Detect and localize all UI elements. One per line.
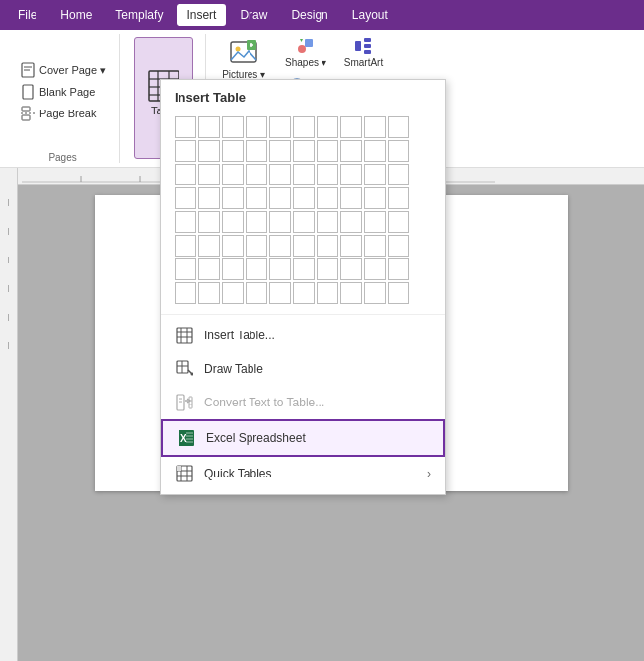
grid-cell[interactable] bbox=[340, 140, 362, 162]
quick-tables-item[interactable]: Quick Tables › bbox=[161, 457, 445, 490]
grid-cell[interactable] bbox=[340, 235, 362, 257]
grid-cell[interactable] bbox=[340, 258, 362, 280]
grid-cell[interactable] bbox=[246, 140, 267, 162]
grid-cell[interactable] bbox=[317, 187, 338, 209]
grid-cell[interactable] bbox=[293, 116, 315, 138]
grid-cell[interactable] bbox=[198, 258, 220, 280]
grid-cell[interactable] bbox=[317, 235, 338, 257]
grid-cell[interactable] bbox=[364, 187, 386, 209]
grid-cell[interactable] bbox=[222, 235, 244, 257]
menu-insert[interactable]: Insert bbox=[177, 4, 226, 26]
grid-cell[interactable] bbox=[340, 164, 362, 185]
grid-cell[interactable] bbox=[364, 116, 386, 138]
grid-cell[interactable] bbox=[175, 235, 196, 257]
grid-cell[interactable] bbox=[364, 164, 386, 185]
grid-cell[interactable] bbox=[388, 258, 409, 280]
grid-cell[interactable] bbox=[293, 140, 315, 162]
insert-table-item[interactable]: Insert Table... bbox=[161, 319, 445, 352]
grid-cell[interactable] bbox=[269, 140, 291, 162]
menu-design[interactable]: Design bbox=[281, 4, 337, 26]
grid-cell[interactable] bbox=[340, 211, 362, 233]
grid-cell[interactable] bbox=[198, 164, 220, 185]
grid-cell[interactable] bbox=[364, 235, 386, 257]
grid-cell[interactable] bbox=[246, 258, 267, 280]
grid-cell[interactable] bbox=[269, 258, 291, 280]
grid-cell[interactable] bbox=[269, 187, 291, 209]
grid-cell[interactable] bbox=[246, 187, 267, 209]
grid-cell[interactable] bbox=[388, 282, 409, 304]
grid-cell[interactable] bbox=[175, 211, 196, 233]
grid-cell[interactable] bbox=[364, 140, 386, 162]
excel-spreadsheet-item[interactable]: X Excel Spreadsheet bbox=[161, 419, 445, 457]
shapes-button[interactable]: Shapes ▾ bbox=[279, 34, 332, 71]
grid-cell[interactable] bbox=[364, 282, 386, 304]
blank-page-button[interactable]: Blank Page bbox=[14, 82, 111, 102]
grid-cell[interactable] bbox=[222, 211, 244, 233]
smartart-button[interactable]: SmartArt bbox=[338, 34, 389, 71]
grid-cell[interactable] bbox=[317, 282, 338, 304]
grid-cell[interactable] bbox=[340, 282, 362, 304]
grid-cell[interactable] bbox=[388, 164, 409, 185]
grid-cell[interactable] bbox=[246, 235, 267, 257]
grid-cell[interactable] bbox=[175, 140, 196, 162]
grid-cell[interactable] bbox=[317, 211, 338, 233]
grid-cell[interactable] bbox=[388, 187, 409, 209]
page-break-button[interactable]: Page Break bbox=[14, 104, 111, 123]
ruler-tick: | bbox=[7, 340, 9, 349]
grid-cell[interactable] bbox=[317, 164, 338, 185]
grid-cell[interactable] bbox=[364, 211, 386, 233]
menu-layout[interactable]: Layout bbox=[342, 4, 397, 26]
grid-cell[interactable] bbox=[175, 258, 196, 280]
grid-cell[interactable] bbox=[175, 187, 196, 209]
menu-draw[interactable]: Draw bbox=[230, 4, 277, 26]
cover-page-button[interactable]: Cover Page ▾ bbox=[14, 60, 111, 80]
grid-cell[interactable] bbox=[293, 258, 315, 280]
grid-cell[interactable] bbox=[198, 116, 220, 138]
menu-home[interactable]: Home bbox=[50, 4, 102, 26]
grid-cell[interactable] bbox=[175, 116, 196, 138]
grid-cell[interactable] bbox=[269, 164, 291, 185]
grid-cell[interactable] bbox=[364, 258, 386, 280]
grid-cell[interactable] bbox=[222, 140, 244, 162]
grid-cell[interactable] bbox=[340, 187, 362, 209]
grid-cell[interactable] bbox=[175, 282, 196, 304]
grid-cell[interactable] bbox=[340, 116, 362, 138]
grid-cell[interactable] bbox=[293, 282, 315, 304]
grid-cell[interactable] bbox=[246, 211, 267, 233]
grid-cell[interactable] bbox=[388, 211, 409, 233]
grid-cell[interactable] bbox=[317, 140, 338, 162]
grid-cell[interactable] bbox=[198, 235, 220, 257]
grid-cell[interactable] bbox=[269, 116, 291, 138]
grid-cell[interactable] bbox=[222, 258, 244, 280]
grid-cell[interactable] bbox=[198, 211, 220, 233]
grid-cell[interactable] bbox=[269, 235, 291, 257]
grid-cell[interactable] bbox=[293, 187, 315, 209]
grid-cell[interactable] bbox=[198, 187, 220, 209]
grid-cell[interactable] bbox=[269, 282, 291, 304]
grid-cell[interactable] bbox=[175, 164, 196, 185]
pages-buttons: Cover Page ▾ Blank Page Page Break bbox=[14, 34, 111, 150]
grid-cell[interactable] bbox=[246, 116, 267, 138]
grid-cell[interactable] bbox=[246, 164, 267, 185]
grid-cell[interactable] bbox=[222, 116, 244, 138]
grid-cell[interactable] bbox=[293, 211, 315, 233]
menu-templafy[interactable]: Templafy bbox=[106, 4, 173, 26]
grid-row-4 bbox=[175, 187, 431, 209]
grid-cell[interactable] bbox=[293, 164, 315, 185]
grid-cell[interactable] bbox=[222, 187, 244, 209]
grid-cell[interactable] bbox=[198, 282, 220, 304]
pictures-button[interactable]: Pictures ▾ bbox=[216, 34, 271, 84]
grid-cell[interactable] bbox=[293, 235, 315, 257]
grid-cell[interactable] bbox=[388, 116, 409, 138]
grid-cell[interactable] bbox=[269, 211, 291, 233]
grid-cell[interactable] bbox=[246, 282, 267, 304]
grid-cell[interactable] bbox=[317, 258, 338, 280]
grid-cell[interactable] bbox=[388, 140, 409, 162]
grid-cell[interactable] bbox=[317, 116, 338, 138]
grid-cell[interactable] bbox=[388, 235, 409, 257]
draw-table-item[interactable]: Draw Table bbox=[161, 352, 445, 386]
menu-file[interactable]: File bbox=[8, 4, 46, 26]
grid-cell[interactable] bbox=[222, 164, 244, 185]
grid-cell[interactable] bbox=[198, 140, 220, 162]
grid-cell[interactable] bbox=[222, 282, 244, 304]
